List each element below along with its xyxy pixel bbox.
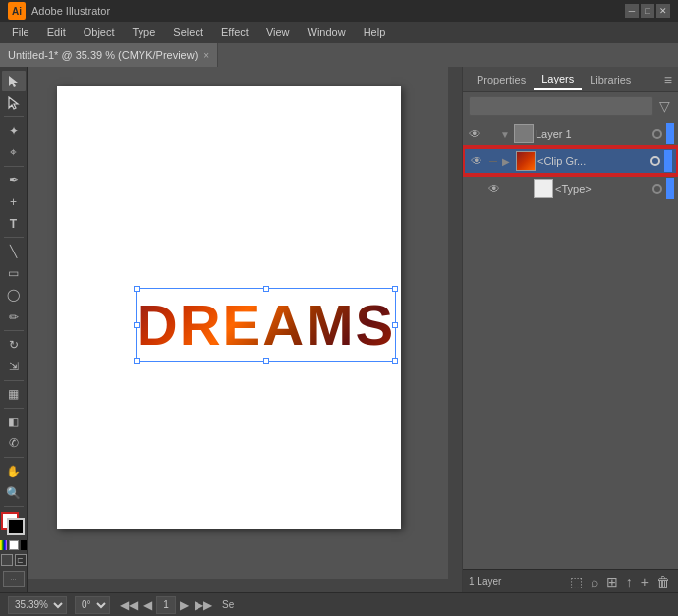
tool-separator-2 bbox=[4, 166, 24, 167]
color-mode-buttons bbox=[0, 540, 28, 550]
next-artboard-button[interactable]: ▶ bbox=[178, 598, 191, 612]
type-target[interactable] bbox=[652, 184, 662, 194]
clipgroup-indent bbox=[486, 161, 500, 162]
menu-object[interactable]: Object bbox=[76, 25, 123, 40]
make-clip-button[interactable]: ⬚ bbox=[568, 574, 585, 589]
vertical-scrollbar[interactable] bbox=[448, 67, 462, 592]
menu-edit[interactable]: Edit bbox=[39, 25, 74, 40]
move-up-button[interactable]: ↑ bbox=[624, 574, 635, 589]
main-layout: ✦ ⌖ ✒ + T ╲ ▭ ◯ ✏ ↻ ⇲ ▦ ◧ ✆ ✋ 🔍 bbox=[0, 67, 678, 592]
layer1-thumbnail bbox=[514, 124, 534, 143]
clipgroup-eye-icon[interactable]: 👁 bbox=[469, 154, 484, 168]
delete-layer-button[interactable]: 🗑 bbox=[654, 574, 672, 589]
right-panel: Properties Layers Libraries ≡ ▽ 👁 ▼ bbox=[462, 67, 678, 592]
dreams-container[interactable]: DREAMS bbox=[136, 288, 396, 362]
layer1-expand-icon[interactable]: ▼ bbox=[500, 129, 512, 140]
clipgroup-icons bbox=[650, 156, 660, 166]
menu-help[interactable]: Help bbox=[356, 25, 394, 40]
layer-row-type[interactable]: 👁 <Type> bbox=[463, 175, 678, 202]
ellipse-tool[interactable]: ◯ bbox=[2, 285, 26, 306]
clipgroup-color-bar bbox=[664, 150, 672, 172]
maximize-button[interactable]: □ bbox=[641, 4, 654, 18]
menu-select[interactable]: Select bbox=[165, 25, 211, 40]
artboard-tool[interactable]: ··· bbox=[3, 571, 25, 587]
window-controls: ─ □ ✕ bbox=[625, 4, 670, 18]
tab-layers[interactable]: Layers bbox=[534, 69, 582, 90]
menu-view[interactable]: View bbox=[258, 25, 298, 40]
dreams-text: DREAMS bbox=[136, 288, 396, 362]
menu-type[interactable]: Type bbox=[125, 25, 164, 40]
clipgroup-target[interactable] bbox=[650, 156, 660, 166]
graph-tool[interactable]: ▦ bbox=[2, 383, 26, 404]
title-bar-left: Ai Adobe Illustrator bbox=[8, 2, 110, 20]
add-anchor-tool[interactable]: + bbox=[2, 192, 26, 212]
line-tool[interactable]: ╲ bbox=[2, 241, 26, 261]
layers-panel: ▽ 👁 ▼ Layer 1 bbox=[463, 92, 678, 592]
zoom-tool[interactable]: 🔍 bbox=[2, 482, 26, 503]
clipgroup-name: <Clip Gr... bbox=[537, 155, 649, 167]
hand-tool[interactable]: ✋ bbox=[2, 461, 26, 481]
first-artboard-button[interactable]: ◀◀ bbox=[118, 598, 140, 612]
tab-properties[interactable]: Properties bbox=[469, 70, 534, 89]
merge-button[interactable]: ⊞ bbox=[604, 574, 620, 589]
new-layer-button[interactable]: + bbox=[639, 574, 650, 589]
magic-wand-tool[interactable]: ✦ bbox=[2, 120, 26, 140]
left-toolbar: ✦ ⌖ ✒ + T ╲ ▭ ◯ ✏ ↻ ⇲ ▦ ◧ ✆ ✋ 🔍 bbox=[0, 67, 28, 592]
artboard-number-input[interactable] bbox=[156, 596, 176, 614]
status-bar: 35.39% 0° ◀◀ ◀ ▶ ▶▶ Se bbox=[0, 592, 678, 616]
clipgroup-expand-icon[interactable]: ▶ bbox=[502, 156, 514, 167]
type-eye-icon[interactable]: 👁 bbox=[486, 182, 502, 196]
tab-libraries[interactable]: Libraries bbox=[582, 70, 639, 89]
type-color-bar bbox=[666, 178, 674, 199]
pen-tool[interactable]: ✒ bbox=[2, 170, 26, 191]
panel-bottom-buttons: ⬚ ⌕ ⊞ ↑ + 🗑 bbox=[568, 574, 672, 589]
doc-tab[interactable]: Untitled-1* @ 35.39 % (CMYK/Preview) × bbox=[0, 43, 218, 67]
close-button[interactable]: ✕ bbox=[656, 4, 670, 18]
draw-inside-button[interactable]: ⊏ bbox=[15, 554, 27, 566]
rotate-tool[interactable]: ↻ bbox=[2, 334, 26, 355]
menu-file[interactable]: File bbox=[4, 25, 37, 40]
zoom-select[interactable]: 35.39% bbox=[8, 596, 67, 614]
lasso-tool[interactable]: ⌖ bbox=[2, 142, 26, 163]
scale-tool[interactable]: ⇲ bbox=[2, 356, 26, 376]
layer-count: 1 Layer bbox=[469, 576, 501, 587]
rotation-select[interactable]: 0° bbox=[75, 596, 110, 614]
menu-window[interactable]: Window bbox=[300, 25, 354, 40]
layer-row-clipgroup[interactable]: 👁 ▶ <Clip Gr... bbox=[463, 147, 678, 175]
draw-normal-button[interactable] bbox=[1, 554, 13, 566]
last-artboard-button[interactable]: ▶▶ bbox=[193, 598, 214, 612]
prev-artboard-button[interactable]: ◀ bbox=[141, 598, 154, 612]
svg-marker-0 bbox=[9, 76, 18, 87]
layer-row-layer1[interactable]: 👁 ▼ Layer 1 bbox=[463, 120, 678, 147]
layers-search-input[interactable] bbox=[469, 96, 653, 116]
type-name: <Type> bbox=[555, 183, 650, 195]
layers-toolbar: ▽ bbox=[463, 92, 678, 120]
filter-button[interactable]: ▽ bbox=[657, 96, 672, 116]
type-thumbnail bbox=[534, 179, 553, 198]
find-button[interactable]: ⌕ bbox=[589, 574, 600, 589]
color-button[interactable] bbox=[0, 540, 7, 550]
rect-tool[interactable]: ▭ bbox=[2, 263, 26, 284]
layer1-target[interactable] bbox=[652, 129, 662, 139]
tool-separator-1 bbox=[4, 116, 24, 117]
canvas-area: DREAMS bbox=[28, 67, 462, 592]
selection-tool[interactable] bbox=[2, 71, 26, 91]
direct-selection-tool[interactable] bbox=[2, 92, 26, 113]
menu-effect[interactable]: Effect bbox=[213, 25, 256, 40]
doc-tab-close[interactable]: × bbox=[203, 50, 209, 61]
layer1-eye-icon[interactable]: 👁 bbox=[467, 127, 482, 140]
no-color-button[interactable] bbox=[9, 540, 19, 550]
text-tool[interactable]: T bbox=[2, 213, 26, 234]
fill-stroke-indicator[interactable] bbox=[1, 512, 27, 536]
panel-tab-menu[interactable]: ≡ bbox=[664, 72, 672, 87]
black-button[interactable] bbox=[21, 540, 28, 550]
info-area: Se bbox=[222, 599, 234, 610]
tool-separator-6 bbox=[4, 408, 24, 409]
tool-separator-5 bbox=[4, 380, 24, 381]
brush-tool[interactable]: ✏ bbox=[2, 307, 26, 327]
horizontal-scrollbar[interactable] bbox=[28, 579, 448, 592]
minimize-button[interactable]: ─ bbox=[625, 4, 639, 18]
gradient-tool[interactable]: ◧ bbox=[2, 412, 26, 432]
title-bar: Ai Adobe Illustrator ─ □ ✕ bbox=[0, 0, 678, 22]
eyedropper-tool[interactable]: ✆ bbox=[2, 433, 26, 454]
